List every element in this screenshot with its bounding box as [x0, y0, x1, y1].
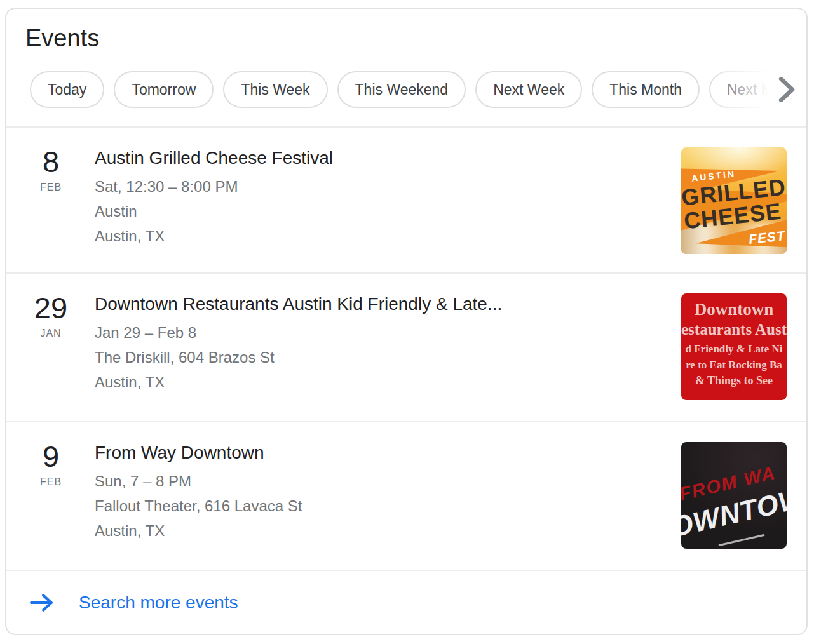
event-row-downtown-restaurants[interactable]: 29 JAN Downtown Restaurants Austin Kid F… — [6, 272, 806, 421]
event-date-day: 8 — [29, 147, 72, 177]
event-time: Jan 29 – Feb 8 — [95, 320, 681, 345]
page-title: Events — [25, 24, 806, 52]
poster-caption-line — [719, 534, 765, 547]
event-info: Austin Grilled Cheese Festival Sat, 12:3… — [95, 147, 681, 272]
event-thumbnail-dark-comedy-poster: FROM WA OWNTOW — [681, 442, 787, 549]
filter-chip-track: Today Tomorrow This Week This Weekend Ne… — [6, 71, 806, 108]
event-thumbnail-red-text-poster: Downtown estaurants Austi d Friendly & L… — [681, 293, 787, 400]
event-city: Austin, TX — [95, 518, 681, 543]
arrow-right-icon — [29, 593, 60, 613]
event-venue: Fallout Theater, 616 Lavaca St — [95, 493, 681, 518]
events-card-header: Events Today Tomorrow This Week This Wee… — [6, 24, 806, 126]
event-city: Austin, TX — [95, 370, 681, 394]
event-date-month: FEB — [29, 476, 72, 488]
event-date: 9 FEB — [29, 442, 72, 570]
poster-line: d Friendly & Late Ni — [681, 341, 787, 357]
filter-chip-this-weekend[interactable]: This Weekend — [337, 71, 466, 108]
poster-line: Downtown — [681, 299, 787, 320]
event-date-month: FEB — [29, 182, 72, 193]
event-date-day: 9 — [29, 442, 72, 471]
event-venue: Austin — [95, 199, 681, 224]
events-card: Events Today Tomorrow This Week This Wee… — [5, 8, 808, 635]
filter-chip-today[interactable]: Today — [30, 71, 104, 108]
event-row-austin-grilled-cheese-festival[interactable]: 8 FEB Austin Grilled Cheese Festival Sat… — [6, 126, 806, 272]
event-date-month: JAN — [29, 328, 72, 339]
event-thumbnail-grilled-cheese-poster: AUSTIN GRILLED CHEESE FEST — [681, 147, 787, 254]
event-title: Downtown Restaurants Austin Kid Friendly… — [95, 293, 681, 315]
event-venue: The Driskill, 604 Brazos St — [95, 345, 681, 370]
event-date-day: 29 — [29, 293, 72, 323]
poster-line: estaurants Austi — [681, 320, 787, 339]
chevron-right-icon — [777, 95, 796, 104]
event-info: From Way Downtown Sun, 7 – 8 PM Fallout … — [95, 442, 681, 570]
search-more-events-label: Search more events — [79, 593, 238, 613]
search-more-events-link[interactable]: Search more events — [6, 570, 806, 634]
event-time: Sat, 12:30 – 8:00 PM — [95, 174, 681, 199]
filter-chip-this-month[interactable]: This Month — [592, 71, 700, 108]
poster-line: & Things to See — [681, 373, 787, 389]
event-date: 8 FEB — [29, 147, 72, 272]
event-row-from-way-downtown[interactable]: 9 FEB From Way Downtown Sun, 7 – 8 PM Fa… — [6, 421, 806, 570]
event-title: From Way Downtown — [95, 442, 681, 464]
filter-chip-row: Today Tomorrow This Week This Weekend Ne… — [6, 71, 806, 108]
filter-chip-next-week[interactable]: Next Week — [475, 71, 582, 108]
poster-line: re to Eat Rocking Ba — [681, 357, 787, 373]
event-info: Downtown Restaurants Austin Kid Friendly… — [95, 293, 681, 421]
filter-chip-this-week[interactable]: This Week — [223, 71, 327, 108]
event-time: Sun, 7 – 8 PM — [95, 469, 681, 493]
event-title: Austin Grilled Cheese Festival — [95, 147, 681, 169]
filter-chip-tomorrow[interactable]: Tomorrow — [114, 71, 214, 108]
scroll-chips-right-button[interactable] — [776, 77, 796, 102]
event-date: 29 JAN — [29, 293, 72, 421]
event-city: Austin, TX — [95, 224, 681, 248]
